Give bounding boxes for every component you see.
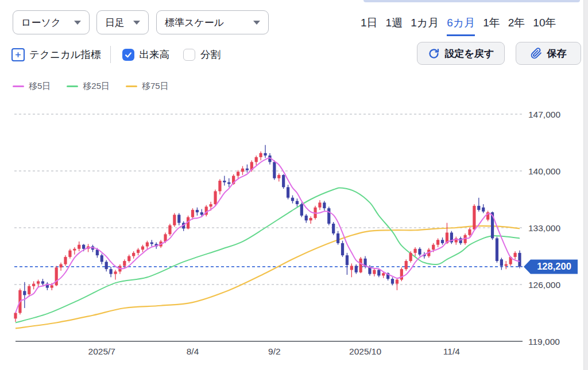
candle[interactable]: [359, 257, 362, 273]
candle[interactable]: [518, 251, 521, 268]
y-axis-label: 133,000: [528, 223, 560, 233]
candle[interactable]: [227, 178, 230, 188]
candle[interactable]: [455, 237, 458, 245]
candle[interactable]: [496, 237, 498, 263]
candle[interactable]: [73, 247, 76, 255]
candle[interactable]: [223, 176, 226, 185]
candle[interactable]: [446, 223, 448, 244]
candle[interactable]: [23, 282, 26, 308]
candle[interactable]: [500, 258, 503, 270]
candle[interactable]: [146, 241, 149, 249]
candle[interactable]: [177, 213, 180, 225]
candle[interactable]: [137, 248, 140, 255]
candle[interactable]: [477, 198, 480, 212]
candle[interactable]: [196, 208, 199, 216]
candle[interactable]: [109, 267, 112, 277]
candle[interactable]: [277, 173, 280, 181]
candle[interactable]: [450, 231, 453, 244]
x-axis-label: 8/4: [187, 346, 199, 356]
ma25-line: [16, 188, 520, 322]
candle[interactable]: [59, 263, 62, 271]
candle[interactable]: [355, 264, 358, 274]
candle[interactable]: [64, 255, 67, 266]
y-axis-label: 119,000: [528, 337, 560, 346]
candle[interactable]: [55, 266, 58, 286]
candle[interactable]: [327, 207, 330, 225]
candle[interactable]: [141, 245, 144, 252]
candle[interactable]: [287, 185, 289, 199]
candle[interactable]: [132, 251, 135, 259]
candle[interactable]: [300, 202, 303, 217]
candle[interactable]: [173, 213, 176, 227]
candle[interactable]: [296, 198, 299, 207]
candle[interactable]: [241, 166, 244, 176]
candle[interactable]: [68, 249, 71, 259]
candle[interactable]: [459, 237, 462, 245]
candle[interactable]: [332, 222, 335, 235]
candle[interactable]: [218, 179, 221, 194]
candle[interactable]: [214, 190, 216, 206]
candle[interactable]: [114, 270, 117, 280]
y-axis-label: 147,000: [528, 110, 560, 119]
candle[interactable]: [409, 251, 412, 263]
candle[interactable]: [150, 240, 153, 246]
candle[interactable]: [282, 174, 285, 189]
candle[interactable]: [46, 282, 49, 290]
candle[interactable]: [441, 237, 444, 245]
candle[interactable]: [255, 155, 258, 165]
candlestick-chart: 147,000140,000133,000126,000119,0002025/…: [0, 0, 588, 370]
candle[interactable]: [346, 253, 349, 275]
candle[interactable]: [305, 214, 308, 223]
candle[interactable]: [168, 224, 171, 236]
candle[interactable]: [127, 255, 130, 263]
candle[interactable]: [205, 205, 208, 216]
candle[interactable]: [396, 278, 399, 290]
candles: [14, 145, 521, 322]
candle[interactable]: [246, 165, 249, 173]
candle[interactable]: [436, 238, 439, 247]
current-price-tag: 128,200: [524, 259, 578, 274]
candle[interactable]: [405, 259, 408, 271]
candle[interactable]: [105, 260, 108, 272]
candle[interactable]: [291, 195, 294, 203]
candle[interactable]: [14, 312, 17, 322]
candle[interactable]: [391, 277, 394, 285]
candle[interactable]: [260, 151, 262, 161]
candle[interactable]: [264, 145, 266, 158]
ma75-line: [16, 226, 520, 328]
candle[interactable]: [37, 280, 40, 287]
candle[interactable]: [482, 204, 485, 213]
candle[interactable]: [100, 254, 103, 264]
candle[interactable]: [336, 231, 339, 245]
current-price-label: 128,200: [537, 261, 571, 271]
candle[interactable]: [418, 247, 421, 256]
x-axis-label: 9/2: [268, 346, 281, 356]
candle[interactable]: [413, 247, 416, 256]
x-axis-label: 11/4: [443, 346, 460, 356]
y-axis-label: 126,000: [528, 280, 560, 290]
x-axis-label: 2025/10: [349, 346, 381, 356]
candle[interactable]: [473, 204, 475, 230]
candle[interactable]: [78, 242, 80, 251]
candle[interactable]: [513, 251, 516, 259]
candle[interactable]: [32, 281, 35, 289]
candle[interactable]: [323, 201, 326, 211]
candle[interactable]: [486, 211, 489, 221]
candle[interactable]: [341, 241, 344, 257]
candle[interactable]: [400, 267, 403, 281]
candle[interactable]: [273, 161, 276, 180]
candle[interactable]: [310, 216, 312, 224]
ma5-line: [16, 158, 520, 313]
y-axis-label: 140,000: [528, 166, 560, 176]
candle[interactable]: [318, 200, 321, 210]
candle[interactable]: [350, 263, 353, 277]
candle[interactable]: [505, 261, 508, 269]
candle[interactable]: [28, 285, 30, 297]
x-axis-label: 2025/7: [88, 346, 115, 356]
candle[interactable]: [373, 268, 376, 276]
